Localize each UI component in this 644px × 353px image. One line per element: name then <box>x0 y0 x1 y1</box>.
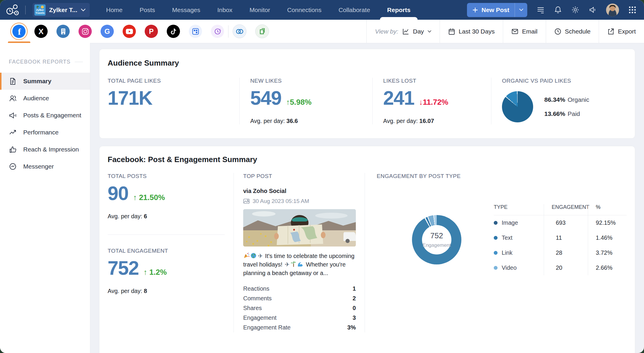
channel-instagram-icon[interactable] <box>79 25 92 38</box>
sidebar-item-performance[interactable]: Performance <box>0 124 90 141</box>
users-icon <box>9 94 17 102</box>
view-by-control[interactable]: View by: Day <box>366 20 439 43</box>
schedule-button[interactable]: Schedule <box>546 20 599 43</box>
clock-icon <box>554 28 561 35</box>
stat-row-comments: Comments2 <box>243 294 356 303</box>
export-share-icon <box>607 28 614 35</box>
avg-label: Avg. per day: <box>250 118 285 124</box>
nav-item-posts[interactable]: Posts <box>140 0 155 20</box>
arrow-up-icon: ↑ <box>133 193 137 202</box>
totals-divider <box>108 234 225 235</box>
top-post-label: TOP POST <box>243 173 356 179</box>
metric-average: Avg. per day: 8 <box>108 288 225 294</box>
nav-left: ZylkerTravels Zylker T... Home Posts Mes… <box>6 0 411 20</box>
nav-item-monitor[interactable]: Monitor <box>249 0 270 20</box>
email-button[interactable]: Email <box>503 20 546 43</box>
row-video-engagement: 20 <box>544 260 588 275</box>
metric-delta-value: 1.2% <box>149 268 167 277</box>
metric-average: Avg. per day: 16.07 <box>383 118 491 124</box>
totals-column: TOTAL POSTS 90 ↑ 21.50% Avg. per day: 6 … <box>108 173 233 332</box>
nav-item-connections[interactable]: Connections <box>287 0 321 20</box>
arrow-up-icon: ↑ <box>144 268 147 277</box>
legend-dot-link <box>494 251 498 255</box>
channel-google-business-icon[interactable]: G <box>101 25 114 38</box>
stat-row-engagement: Engagement3 <box>243 313 356 323</box>
nav-item-reports[interactable]: Reports <box>387 0 411 20</box>
paid-pct: 13.66% <box>544 110 565 117</box>
channel-facebook-icon[interactable]: f <box>12 25 26 38</box>
nav-right: New Post <box>467 3 636 17</box>
stat-row-shares: Shares0 <box>243 303 356 313</box>
channel-linkedin-page-icon[interactable] <box>56 25 70 38</box>
sidebar-item-audience[interactable]: Audience <box>0 90 90 107</box>
channel-youtube-icon[interactable] <box>123 25 136 38</box>
view-by-label: View by: <box>375 28 398 35</box>
channel-tiktok-icon[interactable] <box>167 25 180 38</box>
row-image-engagement: 693 <box>544 215 588 230</box>
channel-app-grid-icon[interactable] <box>189 25 202 38</box>
metric-value: 549 <box>250 88 281 108</box>
brand-selector[interactable]: ZylkerTravels Zylker T... <box>33 3 90 17</box>
nav-item-messages[interactable]: Messages <box>172 0 200 20</box>
zoho-social-logo-icon[interactable] <box>6 4 19 16</box>
row-link-pct: 3.72% <box>588 245 627 260</box>
settings-gear-icon[interactable] <box>571 6 579 14</box>
avg-label: Avg. per day: <box>108 288 142 294</box>
apps-grid-icon[interactable] <box>628 6 636 14</box>
user-avatar[interactable] <box>606 4 619 16</box>
announcement-megaphone-icon[interactable] <box>589 6 597 14</box>
brand-logo: ZylkerTravels <box>34 4 46 16</box>
legend-organic: 86.34%Organic <box>544 96 589 103</box>
sidebar-item-summary[interactable]: Summary <box>0 73 90 90</box>
sidebar-item-reach-impression[interactable]: Reach & Impression <box>0 141 90 158</box>
zoho-desk-icon[interactable] <box>255 24 269 38</box>
engagement-donut-chart: 752 Engagement <box>412 215 461 264</box>
metric-average: Avg. per day: 6 <box>108 213 225 220</box>
metric-total-engagement: TOTAL ENGAGEMENT 752 ↑ 1.2% Avg. per day… <box>108 248 225 294</box>
sidebar-item-label: Messenger <box>23 163 54 170</box>
channel-list: f X G P <box>12 25 224 38</box>
sidebar-item-posts-engagement[interactable]: Posts & Engagement <box>0 107 90 124</box>
metric-label: TOTAL ENGAGEMENT <box>108 248 225 254</box>
channel-separator <box>228 25 228 38</box>
new-post-button[interactable]: New Post <box>467 3 515 17</box>
channel-x-twitter-icon[interactable]: X <box>34 25 48 38</box>
nav-item-home[interactable]: Home <box>106 0 123 20</box>
zoho-social-app: ZylkerTravels Zylker T... Home Posts Mes… <box>0 0 644 353</box>
feed-list-icon[interactable] <box>537 6 545 14</box>
channel-pinterest-icon[interactable]: P <box>145 25 158 38</box>
engagement-by-type-label: ENGAGEMENT BY POST TYPE <box>377 173 627 179</box>
channel-timer-icon[interactable] <box>211 25 224 38</box>
col-header-type: TYPE <box>494 204 544 215</box>
chevron-down-icon <box>519 9 523 11</box>
metric-value: 90 <box>108 184 128 203</box>
sidebar-item-messenger[interactable]: Messenger <box>0 158 90 175</box>
card-title: Audience Summary <box>108 59 627 68</box>
export-label: Export <box>618 28 636 35</box>
report-controls: View by: Day Last 30 Days Email Schedule… <box>366 20 644 43</box>
wave-icon <box>297 261 304 267</box>
stat-value: 3 <box>353 314 356 321</box>
type-label: Image <box>502 219 518 226</box>
nav-item-collaborate[interactable]: Collaborate <box>338 0 370 20</box>
organic-label: Organic <box>568 96 589 103</box>
export-button[interactable]: Export <box>599 20 644 43</box>
new-post-split-button: New Post <box>467 3 527 17</box>
metric-delta-value: 11.72% <box>423 98 448 106</box>
top-post-photo <box>243 209 356 247</box>
row-video-pct: 2.66% <box>588 260 627 275</box>
stat-label: Engagement <box>243 314 276 321</box>
row-link-type: Link <box>494 245 544 260</box>
thumbs-up-icon <box>9 146 17 154</box>
stat-label: Engagement Rate <box>243 324 291 331</box>
zoho-crm-icon[interactable] <box>233 24 246 38</box>
schedule-label: Schedule <box>565 28 591 35</box>
nav-item-inbox[interactable]: Inbox <box>217 0 232 20</box>
new-post-dropdown-button[interactable] <box>515 3 527 17</box>
svg-text:Travels: Travels <box>35 11 44 14</box>
metric-delta-up: ↑ 1.2% <box>144 268 167 277</box>
date-range-button[interactable]: Last 30 Days <box>440 20 503 43</box>
notifications-bell-icon[interactable] <box>554 6 562 14</box>
top-post-caption: ✈ It's time to celebrate the upcoming tr… <box>243 252 356 277</box>
avg-value: 8 <box>144 288 147 294</box>
